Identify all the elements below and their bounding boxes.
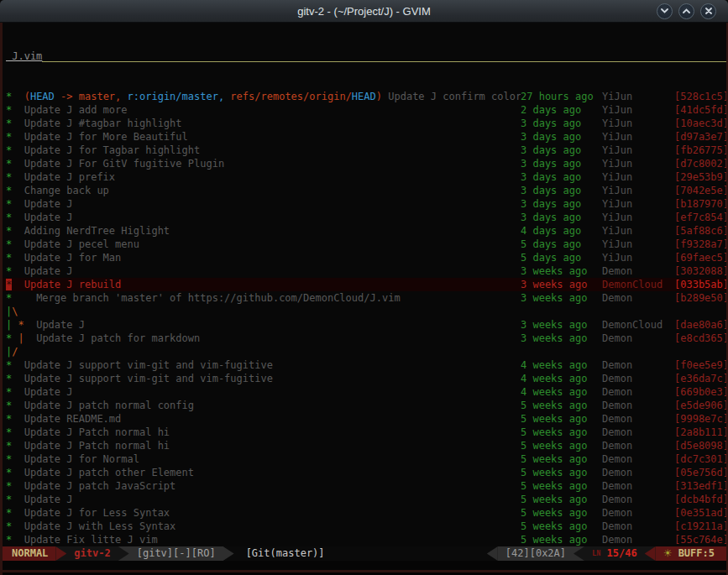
commit-graph-and-message: * Update J support vim-git and vim-fugit… <box>6 372 521 385</box>
commit-row[interactable]: * Update J patch other Element5 weeks ag… <box>3 466 726 479</box>
commit-date: 2 days ago <box>521 103 602 117</box>
commit-date: 5 weeks ago <box>521 452 602 466</box>
text-segment <box>12 144 24 156</box>
commit-row[interactable]: * Adding NerdTree Higlight4 days agoYiJu… <box>3 224 726 238</box>
buffer-flags: [gitv][-][RO] <box>129 546 223 561</box>
commit-date: 3 days ago <box>521 197 602 211</box>
commit-row[interactable]: * Update J4 weeks agoDemon[669b0e3] <box>3 385 726 399</box>
text-segment: Update J For GitV fugitive Plugin <box>24 158 224 170</box>
commit-date: 5 weeks ago <box>521 426 602 439</box>
commit-row[interactable]: * Update J5 weeks agoDemon[dcb4bfd] <box>3 493 726 506</box>
commit-row[interactable]: * Update Fix litte J vim5 weeks agoDemon… <box>3 533 726 546</box>
commit-row[interactable]: * Update J with Less Syntax5 weeks agoDe… <box>3 520 726 533</box>
titlebar[interactable]: gitv-2 - (~/Project/J) - GVIM <box>0 0 728 23</box>
gitv-log-view[interactable]: J.vim * (HEAD -> master, r:origin/master… <box>3 23 726 546</box>
graph-glyph: * <box>18 319 24 331</box>
text-segment: Update README.md <box>24 413 122 425</box>
text-segment <box>12 158 24 170</box>
commit-author: YiJun <box>602 224 674 238</box>
commit-graph-and-message: * (HEAD -> master, r:origin/master, refs… <box>6 90 521 103</box>
commit-row[interactable]: * Update J rebuild3 weeks agoDemonCloud[… <box>3 278 726 291</box>
text-segment: Update J patch other Element <box>24 467 194 478</box>
commit-hash: [41dc5fd] <box>674 103 726 117</box>
commit-date: 5 weeks ago <box>521 439 602 452</box>
commit-date: 5 weeks ago <box>521 533 602 546</box>
commit-author: Demon <box>602 264 674 278</box>
commit-date: 5 weeks ago <box>521 520 602 533</box>
text-segment: r:origin/master, <box>128 91 225 102</box>
graph-glyph: / <box>12 346 18 358</box>
text-segment <box>12 279 24 290</box>
commit-row[interactable]: * Update README.md5 weeks agoDemon[9998e… <box>3 412 726 426</box>
text-segment: HEAD <box>352 91 376 102</box>
commit-row[interactable]: * Update J patch JavaScript5 weeks agoDe… <box>3 479 726 493</box>
commit-hash: [d5e8098] <box>674 439 726 452</box>
commit-row[interactable]: * Update J3 weeks agoDemon[3032088] <box>3 264 726 278</box>
commit-row[interactable]: * Update J for Normal5 weeks agoDemon[dc… <box>3 452 726 466</box>
powerline-separator <box>55 546 66 561</box>
commit-author: Demon <box>602 520 674 533</box>
line-position-indicator: LN 15/46 <box>584 546 645 561</box>
cursor-position: 15/46 <box>607 547 637 559</box>
text-segment: Update J prefix <box>24 171 115 183</box>
commit-hash: [d97a3e7] <box>674 130 726 144</box>
commit-author <box>602 345 674 358</box>
commit-row[interactable]: * Update J for More Beautiful3 days agoY… <box>3 130 726 144</box>
commit-graph-and-message: * Update Fix litte J vim <box>6 533 521 546</box>
commit-date: 3 days ago <box>521 211 602 224</box>
commit-graph-and-message: |/ <box>6 345 521 358</box>
text-segment <box>12 507 24 519</box>
commit-row[interactable]: * Change back up3 days agoYiJun[7042e5e] <box>3 184 726 197</box>
commit-graph-and-message: * Update J #tagbar highlight <box>6 117 521 130</box>
commit-row[interactable]: * Update J Patch normal hi5 weeks agoDem… <box>3 439 726 452</box>
commit-author: Demon <box>602 385 674 399</box>
commit-row[interactable]: * Update J3 days agoYiJun[ef7c854] <box>3 211 726 224</box>
commit-row[interactable]: * Update J For GitV fugitive Plugin3 day… <box>3 157 726 170</box>
commit-author: YiJun <box>602 211 674 224</box>
commit-author: Demon <box>602 426 674 439</box>
commit-graph-and-message: * Update J <box>6 264 521 278</box>
commit-author: DemonCloud <box>602 318 674 332</box>
commit-row[interactable]: |/ <box>3 345 726 358</box>
text-segment <box>12 131 24 143</box>
commit-row[interactable]: * Update J for Tagbar highlight3 days ag… <box>3 144 726 157</box>
commit-row[interactable]: * Update J support vim-git and vim-fugit… <box>3 358 726 372</box>
commit-row[interactable]: * (HEAD -> master, r:origin/master, refs… <box>3 90 726 103</box>
commit-row[interactable]: * Update J #tagbar highlight3 days agoYi… <box>3 117 726 130</box>
text-segment: Adding NerdTree Higlight <box>24 225 170 237</box>
commit-row[interactable]: * Update J pecel menu5 days agoYiJun[f93… <box>3 238 726 251</box>
powerline-separator <box>487 546 498 561</box>
commit-author: Demon <box>602 479 674 493</box>
commit-row[interactable]: | * Update J3 weeks agoDemonCloud[dae80a… <box>3 318 726 332</box>
commit-row[interactable]: * | Update J patch for markdown3 weeks a… <box>3 332 726 345</box>
file-name: J.vim <box>6 50 42 63</box>
commit-hash: [313edf1] <box>674 479 726 493</box>
commit-row[interactable]: * Update J for Man5 days agoYiJun[69faec… <box>3 251 726 264</box>
commit-author: Demon <box>602 439 674 452</box>
commit-row[interactable]: * Update J prefix3 days agoYiJun[29e53b9… <box>3 170 726 184</box>
text-segment: Update J patch normal config <box>24 400 194 411</box>
commit-author: YiJun <box>602 157 674 170</box>
commit-date: 5 weeks ago <box>521 399 602 412</box>
commit-graph-and-message: * Update J For GitV fugitive Plugin <box>6 157 521 170</box>
commit-row[interactable]: * Update J support vim-git and vim-fugit… <box>3 372 726 385</box>
commit-hash: [b289e50] <box>674 291 726 305</box>
commit-row[interactable]: |\ <box>3 305 726 318</box>
commit-graph-and-message: * Update J rebuild <box>6 278 521 291</box>
text-segment: Merge branch 'master' of https://github.… <box>36 292 400 304</box>
buffer-name: gitv-2 <box>66 546 118 561</box>
commit-date: 3 weeks ago <box>521 264 602 278</box>
commit-graph-and-message: * Update J patch normal config <box>6 399 521 412</box>
commit-row[interactable]: * Merge branch 'master' of https://githu… <box>3 291 726 305</box>
text-segment <box>12 171 24 183</box>
commit-date: 3 weeks ago <box>521 291 602 305</box>
command-line[interactable] <box>3 561 726 570</box>
commit-row[interactable]: * Update J Patch normal hi5 weeks agoDem… <box>3 426 726 439</box>
commit-row[interactable]: * Update J3 days agoYiJun[b187970] <box>3 197 726 211</box>
commit-row[interactable]: * Update J for Less Syntax5 weeks agoDem… <box>3 506 726 520</box>
text-segment <box>12 480 24 492</box>
commit-graph-and-message: * Change back up <box>6 184 521 197</box>
text-segment <box>12 426 24 438</box>
commit-row[interactable]: * Update J patch normal config5 weeks ag… <box>3 399 726 412</box>
commit-row[interactable]: * Update J add more2 days agoYiJun[41dc5… <box>3 103 726 117</box>
